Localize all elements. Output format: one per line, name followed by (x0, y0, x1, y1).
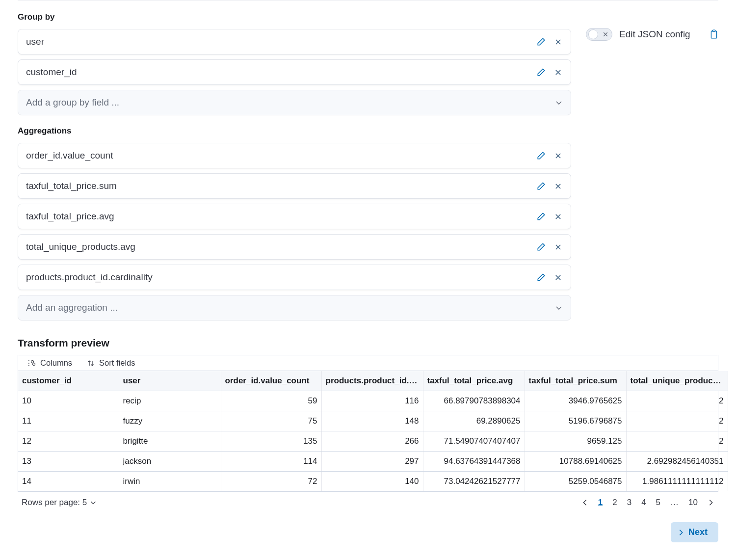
table-header[interactable]: total_unique_products.a… (626, 371, 728, 391)
next-page-button[interactable] (708, 499, 714, 506)
cell: 69.2890625 (423, 411, 525, 431)
columns-label: Columns (40, 358, 72, 368)
sort-label: Sort fields (99, 358, 135, 368)
cell: 14 (18, 472, 119, 492)
cell: 266 (321, 431, 423, 452)
cell: fuzzy (119, 411, 221, 431)
cell: 297 (321, 452, 423, 472)
add-aggregation-field[interactable]: Add an aggregation ... (18, 295, 571, 320)
cell: 59 (221, 391, 321, 411)
cell: 3946.9765625 (525, 391, 626, 411)
pencil-icon[interactable] (536, 272, 546, 282)
group-by-item: customer_id (18, 59, 571, 85)
aggregation-item: total_unique_products.avg (18, 234, 571, 260)
page-number[interactable]: 10 (688, 498, 698, 507)
cell: 116 (321, 391, 423, 411)
table-row: 13 jackson 114 297 94.63764391447368 107… (18, 452, 728, 472)
preview-table: Columns Sort fields customer_id user ord… (18, 355, 718, 492)
cell: 5259.0546875 (525, 472, 626, 492)
page-number[interactable]: 3 (627, 498, 631, 507)
cell: recip (119, 391, 221, 411)
edit-json-label: Edit JSON config (619, 29, 690, 40)
aggregation-item: taxful_total_price.avg (18, 204, 571, 229)
chevron-down-icon (555, 99, 563, 107)
cell: 94.63764391447368 (423, 452, 525, 472)
cell: 10788.69140625 (525, 452, 626, 472)
clipboard-icon[interactable] (710, 29, 718, 39)
close-icon[interactable] (553, 37, 563, 47)
cell: 75 (221, 411, 321, 431)
chevron-down-icon (555, 304, 563, 312)
cell: 2 (626, 391, 728, 411)
aggregation-item-label: products.product_id.cardinality (26, 272, 153, 283)
pencil-icon[interactable] (536, 212, 546, 221)
pencil-icon[interactable] (536, 37, 546, 47)
page-ellipsis: … (670, 498, 679, 507)
table-header[interactable]: user (119, 371, 221, 391)
cell: 2 (626, 411, 728, 431)
group-by-label: Group by (18, 12, 571, 22)
cell: 114 (221, 452, 321, 472)
pencil-icon[interactable] (536, 181, 546, 191)
columns-button[interactable]: Columns (27, 358, 72, 368)
svg-rect-0 (711, 31, 716, 38)
cell: 73.04242621527777 (423, 472, 525, 492)
cell: 135 (221, 431, 321, 452)
page-number[interactable]: 4 (641, 498, 646, 507)
rows-per-page-label: Rows per page: 5 (22, 498, 87, 507)
cell: 10 (18, 391, 119, 411)
add-aggregation-placeholder: Add an aggregation ... (26, 302, 118, 313)
rows-per-page[interactable]: Rows per page: 5 (22, 498, 97, 507)
svg-point-3 (33, 363, 35, 365)
cell: 140 (321, 472, 423, 492)
aggregation-item-label: order_id.value_count (26, 150, 113, 161)
edit-json-toggle[interactable] (586, 28, 612, 41)
svg-point-2 (31, 360, 34, 363)
cell: irwin (119, 472, 221, 492)
cell: 2.692982456140351 (626, 452, 728, 472)
pencil-icon[interactable] (536, 151, 546, 160)
table-header-row: customer_id user order_id.value_count pr… (18, 371, 728, 391)
close-icon[interactable] (553, 212, 563, 221)
group-by-item: user (18, 29, 571, 54)
svg-rect-1 (712, 30, 715, 31)
group-by-item-label: user (26, 36, 44, 47)
chevron-down-icon (90, 499, 97, 506)
aggregation-item-label: taxful_total_price.avg (26, 211, 114, 222)
cell: 5196.6796875 (525, 411, 626, 431)
table-row: 14 irwin 72 140 73.04242621527777 5259.0… (18, 472, 728, 492)
close-icon[interactable] (553, 242, 563, 252)
aggregation-item-label: total_unique_products.avg (26, 241, 135, 252)
page-number[interactable]: 5 (656, 498, 660, 507)
close-icon[interactable] (553, 272, 563, 282)
cell: 12 (18, 431, 119, 452)
prev-page-button[interactable] (581, 499, 588, 506)
pencil-icon[interactable] (536, 67, 546, 77)
next-button[interactable]: Next (671, 522, 718, 542)
pencil-icon[interactable] (536, 242, 546, 252)
table-row: 10 recip 59 116 66.89790783898304 3946.9… (18, 391, 728, 411)
cell: 2 (626, 431, 728, 452)
add-group-by-field[interactable]: Add a group by field ... (18, 90, 571, 115)
aggregation-item: products.product_id.cardinality (18, 265, 571, 290)
sort-icon (87, 359, 95, 367)
table-header[interactable]: customer_id (18, 371, 119, 391)
aggregation-item: order_id.value_count (18, 143, 571, 168)
table-header[interactable]: taxful_total_price.sum (525, 371, 626, 391)
table-header[interactable]: order_id.value_count (221, 371, 321, 391)
sort-button[interactable]: Sort fields (87, 358, 135, 368)
cell: 71.54907407407407 (423, 431, 525, 452)
cell: 11 (18, 411, 119, 431)
chevron-right-icon (678, 529, 684, 536)
table-header[interactable]: products.product_id.car… (321, 371, 423, 391)
page-number[interactable]: 1 (598, 498, 603, 507)
close-icon[interactable] (553, 181, 563, 191)
close-icon[interactable] (553, 67, 563, 77)
next-button-label: Next (688, 527, 708, 537)
add-group-by-placeholder: Add a group by field ... (26, 97, 119, 108)
cell: 9659.125 (525, 431, 626, 452)
cell: 1.9861111111111112 (626, 472, 728, 492)
table-header[interactable]: taxful_total_price.avg (423, 371, 525, 391)
page-number[interactable]: 2 (612, 498, 617, 507)
close-icon[interactable] (553, 151, 563, 160)
